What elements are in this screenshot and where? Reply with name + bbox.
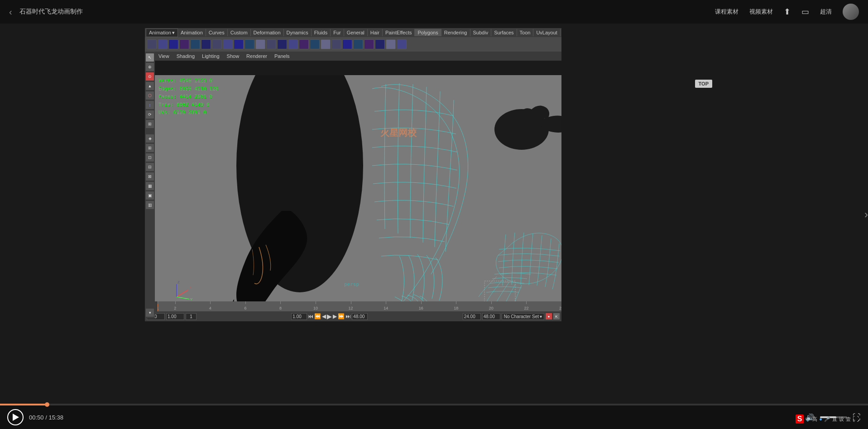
tab-painteffects[interactable]: PaintEffects <box>383 29 415 36</box>
shelf-icon-12[interactable] <box>277 39 287 49</box>
vp-menu-show[interactable]: Show <box>227 53 240 59</box>
step-back-btn[interactable]: ◀ <box>322 313 326 319</box>
right-arrow[interactable]: › <box>864 208 868 221</box>
shelf-icon-18[interactable] <box>342 39 352 49</box>
tool12[interactable]: ⊟ <box>146 163 154 171</box>
quality-btn[interactable]: 超清 <box>820 8 832 16</box>
share-icon[interactable]: ⬆ <box>784 7 791 17</box>
tool14[interactable]: ▦ <box>146 182 154 190</box>
tab-uvlayout[interactable]: UvLayout <box>533 29 560 36</box>
next-key-btn[interactable]: ⏩ <box>338 313 345 319</box>
shelf-icon-1[interactable] <box>158 39 168 49</box>
prev-key-btn[interactable]: ⏪ <box>314 313 321 319</box>
select-tool[interactable]: ↖ <box>146 53 154 62</box>
tab-custom[interactable]: Custom <box>228 29 251 36</box>
tablet-icon[interactable]: ▭ <box>801 7 809 17</box>
range-current-input[interactable] <box>166 313 184 320</box>
progress-bar[interactable] <box>0 404 868 405</box>
shelf-icon-14[interactable] <box>299 39 309 49</box>
maya-timeline[interactable]: 124681012141618202224 <box>145 301 561 311</box>
shelf-icon-22[interactable] <box>386 39 396 49</box>
shelf-icon-4[interactable] <box>190 39 200 49</box>
sohu-one[interactable]: 壹 <box>846 416 851 423</box>
shelf-icon-21[interactable] <box>375 39 385 49</box>
end-frame-input[interactable] <box>463 313 481 320</box>
tool5[interactable]: ⬡ <box>146 91 154 100</box>
tool3[interactable]: ⊙ <box>146 72 154 81</box>
shelf-icon-2[interactable] <box>168 39 178 49</box>
tab-rendering[interactable]: Rendering <box>441 29 470 36</box>
sohu-mic[interactable]: 🎤 <box>824 416 830 422</box>
range-end-input[interactable] <box>482 313 500 320</box>
sohu-live[interactable]: 直 <box>832 416 837 423</box>
tool13[interactable]: ⊠ <box>146 172 154 181</box>
play-btn[interactable]: ▶ <box>327 313 332 320</box>
sohu-quality[interactable]: 高 <box>812 416 817 423</box>
scroll-down-arrow[interactable]: ▾ <box>146 309 154 317</box>
sohu-indicator: ● <box>819 416 822 422</box>
tab-toon[interactable]: Toon <box>517 29 534 36</box>
tool6[interactable]: ↕ <box>146 101 154 109</box>
shelf-icon-3[interactable] <box>179 39 189 49</box>
shelf-icon-9[interactable] <box>245 39 254 49</box>
tab-dynamics[interactable]: Dynamics <box>284 29 312 36</box>
record-btn[interactable]: ● <box>546 313 552 319</box>
back-arrow[interactable]: ‹ <box>9 7 12 17</box>
tab-fluids[interactable]: Fluids <box>312 29 331 36</box>
step-fwd-btn[interactable]: ▶ <box>333 313 337 319</box>
shelf-icon-15[interactable] <box>310 39 320 49</box>
shelf-icon-10[interactable] <box>255 39 265 49</box>
timeline-ruler[interactable]: 124681012141618202224 <box>158 301 561 311</box>
course-material-btn[interactable]: 课程素材 <box>715 8 739 16</box>
shelf-icon-16[interactable] <box>321 39 331 49</box>
tool8[interactable]: ⊞ <box>146 120 154 128</box>
animation-mode-dropdown[interactable]: Animation ▾ <box>146 29 178 37</box>
tab-general[interactable]: General <box>344 29 368 36</box>
tool4[interactable]: ▲ <box>146 82 154 90</box>
shelf-icon-19[interactable] <box>353 39 363 49</box>
shelf-icon-8[interactable] <box>234 39 244 49</box>
shelf-icon-20[interactable] <box>364 39 374 49</box>
video-material-btn[interactable]: 视频素材 <box>749 8 773 16</box>
sohu-settings2[interactable]: 设 <box>839 416 844 423</box>
transport-start[interactable] <box>291 313 307 320</box>
sohu-lang-zh[interactable]: 中 <box>806 416 810 423</box>
tab-hair[interactable]: Hair <box>368 29 383 36</box>
jump-end-btn[interactable]: ⏭ <box>345 313 351 319</box>
transport-end[interactable] <box>352 313 368 320</box>
tab-curves[interactable]: Curves <box>206 29 228 36</box>
tab-fur[interactable]: Fur <box>331 29 344 36</box>
vp-menu-renderer[interactable]: Renderer <box>246 53 267 59</box>
shelf-icon-7[interactable] <box>223 39 233 49</box>
key-btn[interactable]: K <box>553 313 560 319</box>
tool2[interactable]: ⊕ <box>146 63 154 71</box>
tab-animation[interactable]: Animation <box>178 29 206 36</box>
tab-polygons[interactable]: Polygons <box>415 29 441 36</box>
tool7[interactable]: ⟳ <box>146 110 154 119</box>
tab-deformation[interactable]: Deformation <box>251 29 284 36</box>
progress-dot[interactable] <box>45 402 49 407</box>
tool10[interactable]: ⊞ <box>146 144 154 152</box>
avatar[interactable] <box>843 4 859 20</box>
vp-menu-view[interactable]: View <box>158 53 169 59</box>
vp-menu-lighting[interactable]: Lighting <box>202 53 220 59</box>
tab-surfaces[interactable]: Surfaces <box>491 29 517 36</box>
shelf-icon-6[interactable] <box>212 39 222 49</box>
tool16[interactable]: ▥ <box>146 201 154 209</box>
vp-menu-panels[interactable]: Panels <box>274 53 290 59</box>
shelf-icon-5[interactable] <box>201 39 211 49</box>
sohu-fullscreen2[interactable]: ⛶ <box>853 415 859 423</box>
char-set-dropdown[interactable]: No Character Set ▾ <box>502 313 544 320</box>
tab-subdiv[interactable]: Subdiv <box>470 29 492 36</box>
shelf-icon-13[interactable] <box>288 39 298 49</box>
shelf-icon-0[interactable] <box>147 39 157 49</box>
tool11[interactable]: ⊡ <box>146 153 154 162</box>
vp-menu-shading[interactable]: Shading <box>177 53 195 59</box>
play-button[interactable] <box>7 409 24 425</box>
tool9[interactable]: ◈ <box>146 134 154 143</box>
tool15[interactable]: ▣ <box>146 191 154 200</box>
jump-start-btn[interactable]: ⏮ <box>308 313 313 319</box>
shelf-icon-11[interactable] <box>266 39 276 49</box>
shelf-icon-17[interactable] <box>331 39 341 49</box>
shelf-icon-23[interactable] <box>397 39 407 49</box>
